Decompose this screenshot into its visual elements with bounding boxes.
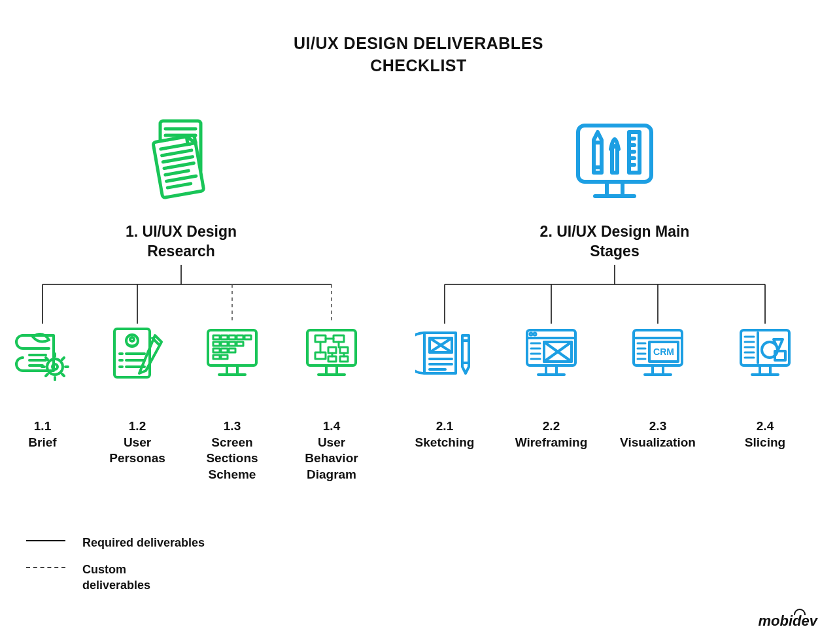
text-2-4: Slicing (745, 435, 785, 449)
text-2-1: Sketching (415, 435, 475, 449)
label-2-3: 2.3 Visualization (612, 418, 704, 450)
legend: Required deliverables Custom deliverable… (26, 535, 288, 605)
legend-row-custom: Custom deliverables (26, 562, 288, 593)
label-2-4: 2.4 Slicing (719, 418, 811, 450)
svg-text:CRM: CRM (653, 347, 674, 357)
text-2-3: Visualization (620, 435, 696, 449)
svg-point-108 (534, 333, 536, 335)
label-2-1: 2.1 Sketching (399, 418, 490, 450)
legend-required-label: Required deliverables (82, 535, 205, 551)
brand-logo: mobidev (759, 613, 818, 630)
num-2-2: 2.2 (505, 418, 597, 435)
num-2-4: 2.4 (719, 418, 811, 435)
legend-line-solid-icon (26, 535, 65, 545)
label-2-2: 2.2 Wireframing (505, 418, 597, 450)
legend-row-required: Required deliverables (26, 535, 288, 551)
slicing-icon (736, 324, 794, 382)
num-2-3: 2.3 (612, 418, 704, 435)
visualization-icon: CRM (628, 324, 687, 382)
diagram-canvas: { "title": { "line1": "UI/UX DESIGN DELI… (0, 0, 837, 644)
sketching-icon (415, 324, 474, 382)
num-2-1: 2.1 (399, 418, 490, 435)
svg-point-107 (530, 333, 532, 335)
legend-custom-label: Custom deliverables (82, 562, 180, 593)
legend-line-dashed-icon (26, 562, 65, 571)
text-2-2: Wireframing (515, 435, 588, 449)
wireframe-icon (522, 324, 581, 382)
